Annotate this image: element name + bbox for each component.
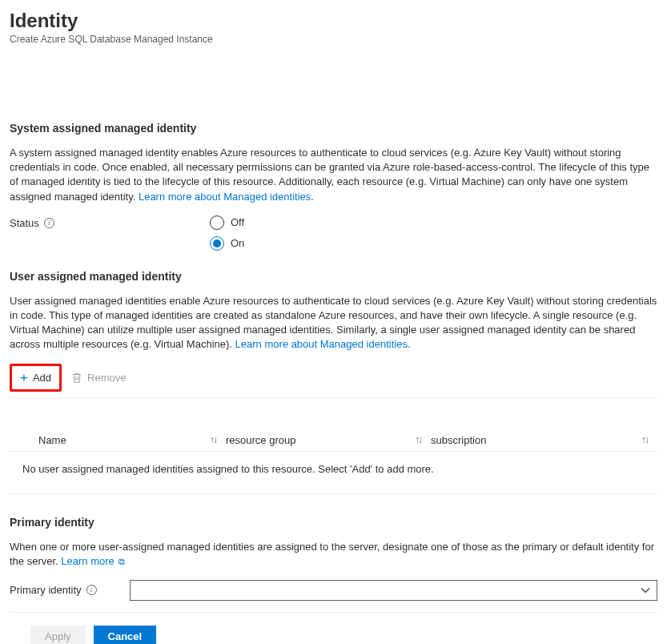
column-header-name[interactable]: Name ↑↓ (10, 434, 226, 446)
radio-icon (210, 236, 224, 251)
column-header-resource-group[interactable]: resource group ↑↓ (226, 434, 431, 446)
system-identity-learn-more-link[interactable]: Learn more about Managed identities. (139, 191, 314, 203)
plus-icon: + (20, 371, 28, 384)
page-subtitle: Create Azure SQL Database Managed Instan… (10, 34, 657, 45)
primary-learn-more-link[interactable]: Learn more ⧉ (61, 555, 125, 567)
system-identity-desc-text: A system assigned managed identity enabl… (10, 147, 649, 203)
trash-icon (71, 372, 82, 384)
status-on-label: On (231, 237, 244, 249)
status-radio-on[interactable]: On (210, 236, 244, 251)
primary-identity-field-row: Primary identity i (10, 580, 657, 613)
primary-identity-description: When one or more user-assigned managed i… (10, 540, 657, 569)
status-row: Status i Off On (10, 215, 657, 251)
sort-icon: ↑↓ (415, 434, 421, 445)
external-link-icon: ⧉ (119, 556, 125, 568)
sort-icon: ↑↓ (210, 434, 216, 445)
system-identity-heading: System assigned managed identity (10, 122, 657, 135)
column-header-subscription[interactable]: subscription ↑↓ (431, 434, 657, 446)
sort-icon: ↑↓ (641, 434, 648, 445)
identities-table: Name ↑↓ resource group ↑↓ subscription ↑… (10, 429, 657, 495)
chevron-down-icon (641, 586, 650, 595)
column-name-label: Name (38, 434, 66, 446)
primary-identity-select[interactable] (130, 580, 657, 601)
apply-button: Apply (30, 626, 86, 644)
add-button[interactable]: + Add (14, 368, 58, 388)
user-identity-heading: User assigned managed identity (10, 270, 657, 283)
column-sub-label: subscription (431, 434, 486, 446)
table-empty-message: No user assigned managed identities assi… (10, 452, 657, 495)
remove-button-label: Remove (87, 372, 126, 384)
add-button-highlight: + Add (10, 364, 62, 392)
page-title: Identity (10, 10, 657, 32)
identity-toolbar: + Add Remove (10, 364, 657, 399)
primary-identity-field-label: Primary identity (10, 584, 82, 596)
radio-icon (210, 215, 224, 230)
cancel-button[interactable]: Cancel (94, 626, 157, 644)
info-icon[interactable]: i (44, 218, 54, 228)
remove-button: Remove (65, 368, 132, 387)
table-header: Name ↑↓ resource group ↑↓ subscription ↑… (10, 429, 657, 452)
user-identity-description: User assigned managed identities enable … (10, 294, 657, 352)
footer-actions: Apply Cancel (10, 613, 657, 644)
status-label: Status (10, 217, 39, 229)
add-button-label: Add (33, 372, 51, 384)
status-off-label: Off (231, 216, 244, 228)
status-radio-off[interactable]: Off (210, 215, 244, 230)
system-identity-description: A system assigned managed identity enabl… (10, 146, 657, 204)
primary-identity-heading: Primary identity (10, 516, 657, 529)
status-radio-group: Off On (210, 215, 244, 251)
info-icon[interactable]: i (86, 585, 97, 595)
primary-identity-section: Primary identity When one or more user-a… (10, 516, 657, 613)
user-identity-learn-more-link[interactable]: Learn more about Managed identities. (235, 338, 411, 350)
column-rg-label: resource group (226, 434, 295, 446)
